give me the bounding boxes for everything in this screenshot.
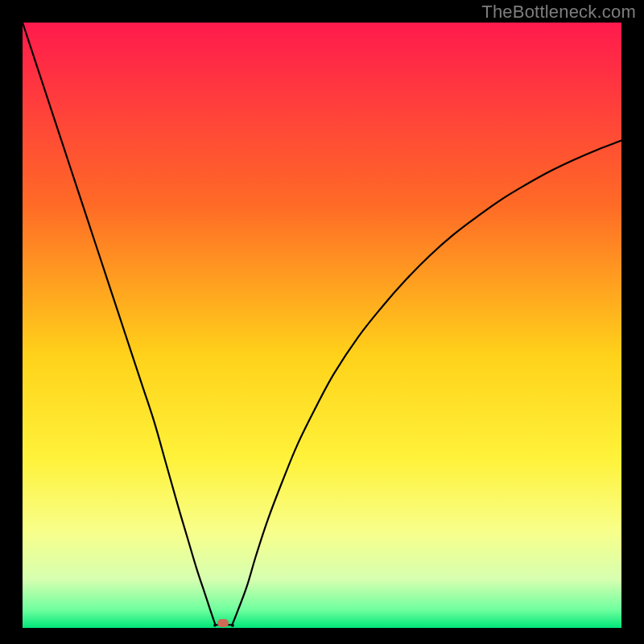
- chart-frame: TheBottleneck.com: [0, 0, 644, 644]
- plot-area: [23, 23, 621, 628]
- chart-svg: [23, 23, 621, 628]
- watermark-text: TheBottleneck.com: [481, 2, 636, 23]
- optimal-point-marker: [217, 619, 229, 627]
- gradient-background: [23, 23, 621, 628]
